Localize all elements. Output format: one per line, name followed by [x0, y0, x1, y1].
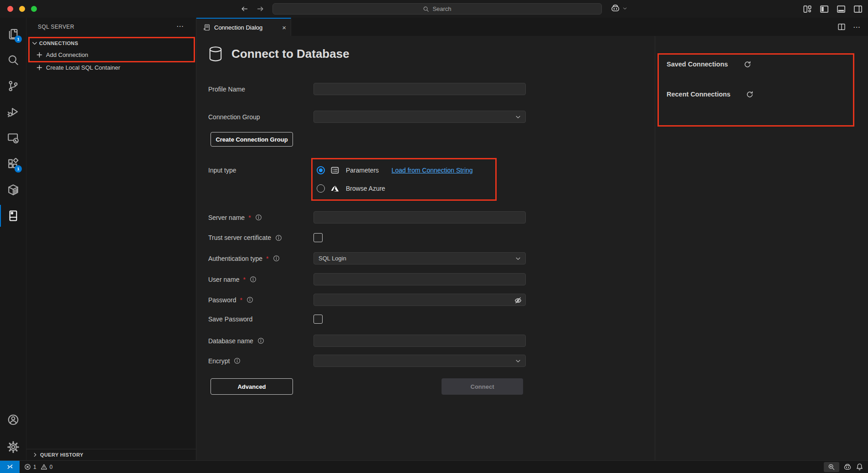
profile-name-input[interactable]	[313, 83, 526, 95]
remote-indicator[interactable]	[0, 461, 20, 473]
saved-connections-section: Saved Connections	[667, 60, 751, 69]
save-password-checkbox[interactable]	[313, 315, 323, 324]
copilot-status-icon[interactable]	[843, 463, 852, 471]
page-title: Connect to Database	[231, 47, 349, 61]
user-name-input[interactable]	[313, 273, 526, 285]
create-local-sql-container-item[interactable]: Create Local SQL Container	[26, 62, 196, 73]
chevron-right-icon	[32, 452, 38, 458]
save-password-label: Save Password	[208, 315, 252, 323]
parameters-label: Parameters	[346, 167, 379, 174]
chevron-down-icon	[515, 255, 521, 262]
saved-connections-title: Saved Connections	[667, 61, 728, 68]
connect-dialog-pane: Connect to Database Profile Name Connect…	[196, 36, 655, 460]
close-window-button[interactable]	[7, 6, 13, 12]
azure-icon	[330, 184, 339, 193]
database-name-input[interactable]	[313, 335, 526, 347]
toggle-panel-bottom-icon[interactable]	[837, 5, 846, 14]
maximize-window-button[interactable]	[31, 6, 37, 12]
search-icon	[423, 6, 429, 12]
add-connection-item[interactable]: Add Connection	[26, 49, 196, 61]
create-connection-group-button[interactable]: Create Connection Group	[211, 132, 293, 147]
search-view-icon[interactable]	[7, 54, 20, 66]
authentication-type-select[interactable]: SQL Login	[313, 252, 526, 264]
extensions-badge: 1	[15, 165, 22, 173]
error-icon	[24, 463, 31, 470]
minimize-window-button[interactable]	[19, 6, 25, 12]
form-row-database-name: Database name	[208, 335, 655, 347]
form-row-user-name: User name *	[208, 273, 655, 285]
connection-group-select[interactable]	[313, 111, 526, 123]
containers-icon[interactable]	[7, 183, 20, 196]
sidebar-more-actions-icon[interactable]: ⋯	[176, 22, 184, 31]
form-row-server-name: Server name *	[208, 211, 655, 224]
refresh-icon[interactable]	[746, 91, 754, 98]
form-row-connection-group: Connection Group	[208, 111, 655, 123]
recent-connections-title: Recent Connections	[667, 91, 730, 98]
zoom-status-icon[interactable]	[824, 462, 839, 472]
parameters-radio[interactable]	[317, 166, 325, 174]
connect-button[interactable]: Connect	[442, 378, 523, 395]
info-icon[interactable]	[250, 276, 257, 283]
command-center-search[interactable]: Search	[272, 3, 602, 15]
sql-server-icon[interactable]	[7, 209, 20, 222]
remote-explorer-icon[interactable]	[7, 132, 20, 144]
error-count: 1	[33, 464, 36, 470]
sidebar-sql-server: SQL SERVER ⋯ CONNECTIONS Add Connection	[26, 18, 196, 460]
info-icon[interactable]	[255, 214, 262, 221]
accounts-icon[interactable]	[7, 413, 20, 426]
warning-count: 0	[50, 464, 53, 470]
copilot-menu[interactable]	[611, 4, 627, 13]
info-icon[interactable]	[257, 337, 264, 344]
toggle-sidebar-left-icon[interactable]	[820, 5, 829, 14]
warning-icon	[41, 463, 47, 470]
info-icon[interactable]	[234, 357, 241, 364]
tab-connection-dialog[interactable]: Connection Dialog ×	[196, 18, 291, 36]
run-debug-icon[interactable]	[7, 106, 20, 118]
encrypt-label: Encrypt	[208, 357, 241, 365]
form-row-save-password: Save Password	[208, 315, 655, 324]
navigate-back-icon[interactable]	[241, 5, 248, 13]
server-name-input[interactable]	[313, 211, 526, 224]
tab-close-icon[interactable]: ×	[282, 24, 286, 31]
connections-section-header[interactable]: CONNECTIONS	[26, 38, 196, 49]
problems-status[interactable]: 1 0	[24, 463, 52, 470]
extensions-icon[interactable]: 1	[7, 158, 20, 170]
database-name-label: Database name	[208, 337, 264, 345]
activity-bar: 1 1	[0, 18, 26, 460]
load-from-connection-string-link[interactable]: Load from Connection String	[391, 167, 473, 174]
password-input[interactable]	[313, 294, 526, 306]
settings-gear-icon[interactable]	[7, 441, 20, 453]
source-control-icon[interactable]	[7, 80, 20, 92]
advanced-button[interactable]: Advanced	[211, 378, 293, 395]
editor-group: Connection Dialog × ⋯	[196, 18, 868, 460]
info-icon[interactable]	[247, 296, 253, 303]
info-icon[interactable]	[273, 255, 280, 262]
tab-label: Connection Dialog	[214, 24, 262, 31]
input-type-group: Parameters Load from Connection String B…	[311, 158, 497, 201]
explorer-badge: 1	[15, 36, 22, 43]
toggle-sidebar-right-icon[interactable]	[853, 5, 863, 14]
refresh-icon[interactable]	[744, 61, 751, 68]
notifications-bell-icon[interactable]	[856, 463, 863, 471]
password-label: Password *	[208, 296, 253, 304]
connections-side-pane: Saved Connections Recent Connections	[655, 36, 868, 460]
customize-layout-icon[interactable]	[803, 5, 812, 14]
authentication-type-label: Authentication type *	[208, 255, 280, 262]
split-editor-icon[interactable]	[837, 23, 846, 31]
parameters-radio-row: Parameters Load from Connection String	[317, 164, 473, 177]
browse-azure-radio[interactable]	[317, 184, 325, 193]
form-row-authentication-type: Authentication type * SQL Login	[208, 252, 655, 264]
vscode-window: Search	[0, 0, 868, 473]
info-icon[interactable]	[275, 234, 282, 241]
server-name-label: Server name *	[208, 214, 262, 221]
explorer-icon[interactable]: 1	[7, 28, 20, 41]
input-type-label: Input type	[208, 167, 236, 174]
query-history-section[interactable]: QUERY HISTORY	[26, 449, 196, 460]
navigate-forward-icon[interactable]	[257, 5, 264, 13]
encrypt-select[interactable]	[313, 355, 526, 367]
recent-connections-section: Recent Connections	[667, 90, 754, 99]
toggle-password-visibility-icon[interactable]	[514, 296, 522, 304]
chevron-down-icon	[622, 6, 627, 11]
trust-certificate-checkbox[interactable]	[313, 233, 323, 242]
editor-more-actions-icon[interactable]: ⋯	[853, 23, 861, 31]
